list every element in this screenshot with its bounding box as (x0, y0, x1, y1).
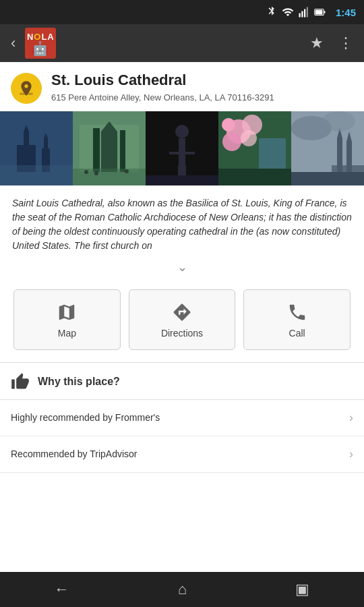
svg-rect-0 (299, 13, 300, 18)
svg-rect-6 (315, 10, 323, 15)
svg-rect-5 (324, 11, 325, 13)
action-buttons-row: Map Directions Call (0, 281, 364, 362)
status-bar: 1:45 (0, 0, 364, 24)
battery-icon (314, 6, 326, 18)
photo-item[interactable] (146, 111, 218, 185)
directions-button-label: Directions (161, 328, 203, 339)
place-description: Saint Louis Cathedral, also known as the… (0, 185, 364, 257)
svg-rect-31 (146, 175, 218, 185)
home-nav-button[interactable]: ⌂ (164, 575, 200, 604)
svg-point-35 (222, 132, 241, 151)
status-time: 1:45 (336, 7, 356, 18)
why-title: Why this place? (38, 376, 120, 388)
svg-point-25 (125, 169, 129, 173)
back-button[interactable]: ‹ (5, 29, 21, 57)
call-button-label: Call (289, 328, 305, 339)
svg-point-36 (241, 130, 257, 146)
svg-rect-19 (101, 132, 117, 172)
photo-strip[interactable] (0, 111, 364, 185)
photo-item[interactable] (0, 111, 73, 185)
recommendation-text-1: Recommended by TripAdvisor (11, 449, 138, 459)
photo-item[interactable] (73, 111, 146, 185)
svg-rect-22 (73, 169, 146, 185)
recommendation-item-0[interactable]: Highly recommended by Frommer's › (0, 400, 364, 436)
directions-button[interactable]: Directions (129, 289, 236, 350)
chevron-right-icon-1: › (349, 447, 353, 461)
photo-item[interactable] (218, 111, 291, 185)
place-address: 615 Pere Antoine Alley, New Orleans, LA,… (51, 92, 274, 104)
recommendation-text-0: Highly recommended by Frommer's (11, 412, 160, 423)
favorite-button[interactable]: ★ (305, 29, 329, 57)
wifi-icon (282, 6, 294, 18)
call-button[interactable]: Call (243, 289, 351, 350)
svg-rect-29 (169, 152, 195, 154)
status-icons (266, 6, 326, 18)
more-options-button[interactable]: ⋮ (333, 29, 359, 57)
svg-rect-1 (301, 11, 303, 18)
svg-rect-18 (93, 128, 100, 172)
svg-point-37 (222, 118, 235, 132)
svg-rect-2 (304, 9, 305, 18)
map-button-label: Map (58, 328, 76, 339)
place-icon (11, 73, 42, 104)
action-bar: ‹ N O L A 🤖 ★ ⋮ (0, 24, 364, 62)
svg-rect-39 (218, 169, 291, 185)
app-logo: N O L A 🤖 (25, 28, 56, 59)
svg-rect-21 (120, 130, 125, 172)
photo-item[interactable] (291, 111, 364, 185)
recommendation-item-1[interactable]: Recommended by TripAdvisor › (0, 436, 364, 473)
svg-point-23 (84, 170, 88, 174)
svg-rect-7 (20, 93, 33, 95)
bluetooth-icon (266, 6, 278, 18)
svg-rect-15 (0, 165, 73, 185)
directions-icon (172, 302, 192, 322)
svg-point-47 (322, 111, 355, 132)
call-icon (287, 302, 307, 322)
svg-rect-48 (291, 172, 364, 185)
chevron-right-icon-0: › (349, 411, 353, 425)
place-title: St. Louis Cathedral (51, 71, 274, 89)
place-title-area: St. Louis Cathedral 615 Pere Antoine All… (51, 71, 274, 105)
thumbsup-icon (11, 372, 30, 391)
map-button[interactable]: Map (13, 289, 121, 350)
content-area: St. Louis Cathedral 615 Pere Antoine All… (0, 62, 364, 572)
signal-icon (298, 6, 310, 18)
back-nav-button[interactable]: ← (41, 575, 83, 604)
svg-rect-3 (307, 7, 308, 18)
recent-nav-button[interactable]: ▣ (282, 575, 323, 604)
bottom-nav: ← ⌂ ▣ (0, 572, 364, 607)
svg-point-24 (94, 171, 98, 175)
why-section: Why this place? Highly recommended by Fr… (0, 362, 364, 473)
svg-point-27 (175, 125, 189, 138)
why-header: Why this place? (0, 363, 364, 400)
map-icon (57, 302, 77, 322)
expand-description-button[interactable]: ⌄ (0, 257, 364, 281)
place-header: St. Louis Cathedral 615 Pere Antoine All… (0, 62, 364, 111)
